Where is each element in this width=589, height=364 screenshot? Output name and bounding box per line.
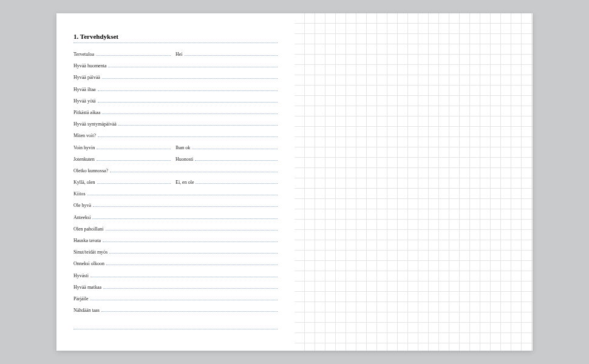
col-right: Ihan ok	[175, 145, 277, 150]
fill-line	[103, 238, 277, 242]
term: Kiitos	[73, 191, 87, 197]
end-rule	[73, 329, 277, 329]
book-spread: 1. Tervehdykset TervetuloaHeiHyvää huome…	[56, 13, 533, 351]
term: Voin hyvin	[73, 145, 97, 150]
term: Kyllä, olen	[73, 180, 97, 185]
term: Hauska tavata	[73, 238, 103, 243]
term: Sinut/teidät myös	[73, 249, 109, 255]
fill-line	[109, 250, 277, 254]
col-left: Voin hyvin	[73, 145, 175, 150]
vocab-row: Nähdään taas	[73, 308, 277, 319]
fill-line	[106, 261, 277, 265]
col-right: Hei	[175, 52, 277, 57]
fill-line	[118, 122, 277, 126]
vocab-row: Hyvää matkaa	[73, 285, 277, 296]
vocab-row: Kiitos	[73, 191, 277, 203]
vocab-row: Hauska tavata	[73, 238, 277, 249]
fill-line	[97, 146, 171, 149]
term: Miten voit?	[73, 133, 98, 138]
term: Jotenkuten	[73, 157, 97, 162]
vocab-row: Hyvää päivää	[73, 75, 277, 86]
fill-line	[87, 192, 277, 195]
fill-line	[90, 274, 277, 277]
term: Huonosti	[175, 157, 195, 162]
vocab-row: Hyvää syntymäpäivää	[73, 121, 277, 133]
term: Olen pahoillani	[73, 226, 106, 232]
col-right: Ei, en ole	[175, 180, 277, 185]
vocab-row: Ole hyvä	[73, 203, 277, 214]
term: Hyvää päivää	[73, 75, 102, 80]
term: Hyvää matkaa	[73, 285, 103, 290]
fill-line	[101, 308, 277, 312]
right-page-grid	[294, 13, 533, 351]
fill-line	[185, 52, 277, 56]
term: Hyvää yötä	[73, 98, 98, 104]
fill-line	[98, 99, 277, 103]
fill-line	[97, 180, 171, 184]
col-left: Tervetuloa	[73, 52, 175, 57]
col-left: Jotenkuten	[73, 157, 175, 162]
term: Hyvää syntymäpäivää	[73, 121, 118, 127]
vocab-row: Miten voit?	[73, 133, 277, 144]
term: Hyvää huomenta	[73, 63, 108, 69]
vocab-row: Kyllä, olenEi, en ole	[73, 180, 277, 191]
col-right: Huonosti	[175, 157, 277, 162]
term: Hyvää iltaa	[73, 87, 98, 92]
fill-line	[106, 227, 277, 231]
vocab-row: Pitkästä aikaa	[73, 110, 277, 121]
term: Ei, en ole	[175, 180, 196, 185]
vocab-row: Hyvää huomenta	[73, 63, 277, 75]
fill-line	[108, 64, 277, 67]
vocab-row: Onneksi olkoon	[73, 261, 277, 272]
section-heading: 1. Tervehdykset	[73, 33, 277, 40]
term: Nähdään taas	[73, 308, 101, 313]
col-left: Kyllä, olen	[73, 180, 175, 185]
vocab-row: Sinut/teidät myös	[73, 249, 277, 261]
fill-line	[192, 146, 277, 149]
fill-line	[96, 52, 171, 56]
fill-line	[90, 297, 277, 300]
vocabulary-list: TervetuloaHeiHyvää huomentaHyvää päivääH…	[73, 52, 277, 319]
fill-line	[195, 157, 277, 161]
fill-line	[196, 180, 277, 184]
fill-line	[103, 285, 277, 289]
heading-rule	[73, 42, 277, 43]
term: Tervetuloa	[73, 52, 96, 57]
vocab-row: Voin hyvinIhan ok	[73, 145, 277, 157]
term: Anteeksi	[73, 215, 92, 220]
vocab-row: Hyvästi	[73, 273, 277, 285]
vocab-row: Oletko kunnossa?	[73, 168, 277, 180]
vocab-row: JotenkutenHuonosti	[73, 157, 277, 168]
vocab-row: Hyvää iltaa	[73, 87, 277, 98]
fill-line	[92, 215, 277, 219]
term: Hyvästi	[73, 273, 90, 278]
left-page: 1. Tervehdykset TervetuloaHeiHyvää huome…	[56, 13, 294, 351]
fill-line	[102, 110, 277, 114]
term: Oletko kunnossa?	[73, 168, 110, 174]
fill-line	[98, 133, 277, 137]
fill-line	[97, 157, 171, 161]
term: Ole hyvä	[73, 203, 93, 208]
vocab-row: TervetuloaHei	[73, 52, 277, 63]
term: Hei	[175, 52, 185, 57]
fill-line	[98, 87, 277, 91]
term: Pitkästä aikaa	[73, 110, 102, 115]
term: Pärjäile	[73, 296, 90, 302]
vocab-row: Anteeksi	[73, 215, 277, 226]
vocab-row: Hyvää yötä	[73, 98, 277, 110]
term: Ihan ok	[175, 145, 192, 150]
vocab-row: Olen pahoillani	[73, 226, 277, 238]
fill-line	[110, 169, 277, 172]
fill-line	[93, 203, 277, 207]
vocab-row: Pärjäile	[73, 296, 277, 308]
term: Onneksi olkoon	[73, 261, 106, 266]
fill-line	[102, 75, 277, 79]
